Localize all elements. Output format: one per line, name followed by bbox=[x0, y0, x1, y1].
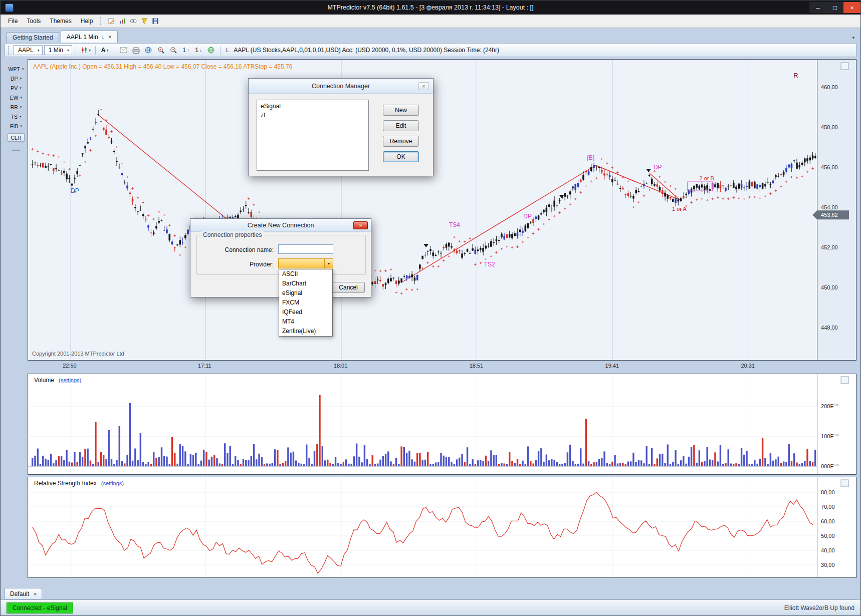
svg-text:200E+3: 200E+3 bbox=[821, 403, 838, 409]
svg-text:454,00: 454,00 bbox=[821, 204, 838, 210]
price-chart: DPTS4TS2DP{B}DP2 or B1 or AR460,00458,00… bbox=[28, 60, 856, 360]
chart-panes: AAPL (Apple Inc.) Open = 456,31 High = 4… bbox=[28, 59, 856, 578]
interval-down-button[interactable]: 1↓ bbox=[193, 45, 204, 56]
print-icon[interactable] bbox=[130, 45, 141, 56]
time-axis: 22:5017:1118:0118:5119:4120:31 bbox=[28, 361, 856, 372]
maximize-button[interactable]: □ bbox=[826, 2, 843, 13]
chart-wizard-icon[interactable] bbox=[117, 16, 128, 27]
volume-settings-link[interactable]: (settings) bbox=[59, 377, 81, 383]
menu-help[interactable]: Help bbox=[76, 16, 98, 27]
svg-text:TS2: TS2 bbox=[484, 261, 495, 268]
remove-button[interactable]: Remove bbox=[383, 136, 419, 147]
toolbar-grip[interactable] bbox=[8, 46, 10, 55]
zoom-out-icon[interactable] bbox=[168, 45, 179, 56]
svg-text:100E+3: 100E+3 bbox=[821, 433, 838, 439]
provider-option-esignal[interactable]: eSignal bbox=[279, 288, 332, 298]
chevron-down-icon: ▾ bbox=[67, 48, 69, 53]
chevron-down-icon: ▾ bbox=[22, 67, 24, 71]
view-icon[interactable] bbox=[128, 16, 139, 27]
document-tab-bar: Getting Started AAPL 1 Min L × ▾ bbox=[5, 31, 856, 43]
provider-select[interactable]: ▾ bbox=[278, 258, 333, 268]
sidebar-item-clr[interactable]: CLR bbox=[8, 133, 25, 142]
timeframe-combo[interactable]: 1 Min▾ bbox=[44, 45, 72, 55]
save-icon[interactable] bbox=[150, 16, 161, 27]
provider-label: Provider: bbox=[220, 261, 274, 268]
report-icon[interactable] bbox=[118, 45, 129, 56]
tabs-overflow-icon[interactable]: ▾ bbox=[852, 35, 854, 40]
toolbar-grip bbox=[100, 17, 103, 25]
dialog-title-bar[interactable]: Create New Connection × bbox=[190, 219, 371, 232]
tab-link-indicator: L bbox=[102, 35, 104, 40]
menu-file[interactable]: File bbox=[4, 16, 22, 27]
chevron-down-icon: ▾ bbox=[20, 77, 22, 81]
edit-button[interactable]: Edit bbox=[383, 120, 419, 131]
time-label: 22:50 bbox=[63, 363, 77, 369]
new-layout-icon[interactable] bbox=[106, 16, 117, 27]
menu-themes[interactable]: Themes bbox=[45, 16, 76, 27]
connection-list-item[interactable]: zf bbox=[257, 111, 368, 120]
arrow-up-icon: ↑ bbox=[187, 48, 189, 53]
connection-list-item[interactable]: eSignal bbox=[257, 102, 368, 111]
svg-text:60,00: 60,00 bbox=[821, 518, 834, 524]
sidebar-item-fib[interactable]: FIB▾ bbox=[6, 122, 27, 130]
sidebar-item-ts[interactable]: TS▾ bbox=[6, 113, 27, 120]
provider-option-ascii[interactable]: ASCII bbox=[279, 269, 332, 279]
menu-tools[interactable]: Tools bbox=[22, 16, 45, 27]
volume-pane[interactable]: Volume(settings) 200E+3100E+3000E+3 bbox=[28, 374, 856, 475]
sidebar-item-dp[interactable]: DP▾ bbox=[6, 75, 27, 82]
close-icon[interactable]: × bbox=[34, 591, 37, 597]
layout-tab-default[interactable]: Default × bbox=[5, 588, 42, 599]
svg-text:50,00: 50,00 bbox=[821, 533, 834, 539]
new-button[interactable]: New bbox=[383, 105, 419, 116]
provider-option-mt4[interactable]: MT4 bbox=[279, 317, 332, 327]
time-label: 19:41 bbox=[605, 363, 619, 369]
svg-text:453,62: 453,62 bbox=[821, 212, 838, 218]
chevron-down-icon: ▾ bbox=[20, 124, 22, 128]
interval-up-button[interactable]: 1↑ bbox=[180, 45, 191, 56]
dialog-title: Connection Manager bbox=[312, 83, 370, 90]
close-icon[interactable]: × bbox=[108, 34, 112, 41]
world-icon[interactable] bbox=[143, 45, 154, 56]
connection-name-input[interactable] bbox=[278, 244, 333, 254]
chevron-down-icon[interactable]: ▾ bbox=[324, 259, 333, 268]
rsi-header: Relative Strength Index(settings) bbox=[34, 480, 124, 487]
svg-text:450,00: 450,00 bbox=[821, 284, 838, 290]
volume-chart: 200E+3100E+3000E+3 bbox=[28, 374, 856, 474]
svg-text:TS4: TS4 bbox=[449, 221, 460, 228]
annotate-button[interactable]: A▾ bbox=[99, 45, 110, 56]
sidebar-splitter[interactable] bbox=[12, 148, 20, 151]
minimize-button[interactable]: – bbox=[809, 2, 826, 13]
cancel-button[interactable]: Cancel bbox=[332, 282, 365, 293]
tab-getting-started[interactable]: Getting Started bbox=[7, 32, 59, 43]
close-icon[interactable]: × bbox=[353, 221, 368, 229]
price-pane[interactable]: AAPL (Apple Inc.) Open = 456,31 High = 4… bbox=[28, 59, 856, 361]
svg-text:80,00: 80,00 bbox=[821, 489, 834, 495]
close-icon[interactable]: × bbox=[418, 82, 429, 90]
sidebar-item-wpt[interactable]: WPT▾ bbox=[6, 65, 27, 73]
chart-toolbar: AAPL▾ 1 Min▾ ▾ A▾ 1↑ 1↓ L AAPL (US Stock… bbox=[5, 43, 856, 57]
globe-icon[interactable] bbox=[205, 45, 217, 56]
provider-option-zenfire[interactable]: Zenfire(Live) bbox=[279, 327, 332, 336]
provider-option-fxcm[interactable]: FXCM bbox=[279, 298, 332, 307]
sidebar-item-pv[interactable]: PV▾ bbox=[6, 84, 27, 92]
sidebar-item-ew[interactable]: EW▾ bbox=[6, 94, 27, 101]
chart-type-button[interactable]: ▾ bbox=[80, 45, 92, 56]
chevron-down-icon: ▾ bbox=[89, 48, 91, 53]
app-icon bbox=[5, 4, 14, 12]
svg-text:456,00: 456,00 bbox=[821, 164, 838, 170]
rsi-pane[interactable]: Relative Strength Index(settings) 80,007… bbox=[28, 477, 856, 578]
zoom-in-icon[interactable] bbox=[155, 45, 166, 56]
tab-aapl-1min[interactable]: AAPL 1 Min L × bbox=[61, 31, 118, 43]
sidebar-item-rr[interactable]: RR▾ bbox=[6, 103, 27, 111]
connections-listbox[interactable]: eSignal zf bbox=[257, 100, 369, 171]
dialog-title-bar[interactable]: Connection Manager × bbox=[249, 79, 433, 94]
provider-option-barchart[interactable]: BarChart bbox=[279, 279, 332, 288]
ok-button[interactable]: OK bbox=[383, 151, 419, 162]
chevron-down-icon: ▾ bbox=[20, 86, 22, 90]
close-button[interactable]: × bbox=[843, 2, 860, 13]
rsi-settings-link[interactable]: (settings) bbox=[101, 480, 124, 486]
filter-icon[interactable] bbox=[139, 16, 150, 27]
separator bbox=[114, 46, 114, 55]
provider-option-iqfeed[interactable]: IQFeed bbox=[279, 307, 332, 317]
symbol-combo[interactable]: AAPL▾ bbox=[14, 45, 43, 55]
